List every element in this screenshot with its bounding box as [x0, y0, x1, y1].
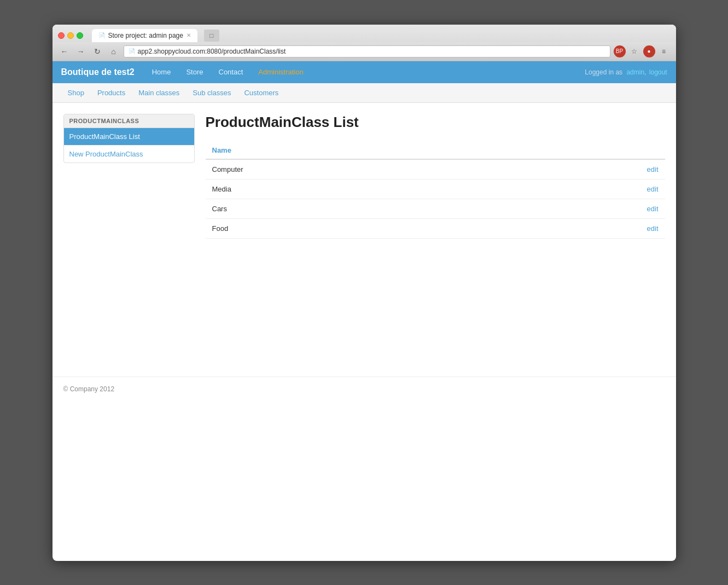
sidebar-item-list[interactable]: ProductMainClass List [64, 128, 194, 146]
data-table: Name Computer edit Media edit Cars [206, 142, 665, 239]
browser-toolbar: ← → ↻ ⌂ 📄 app2.shoppycloud.com:8080/prod… [53, 42, 676, 61]
main-content: ProductMainClass List Name Computer edit… [206, 114, 665, 355]
refresh-button[interactable]: ↻ [91, 45, 104, 58]
row-name: Cars [206, 199, 610, 218]
subnav-products[interactable]: Products [91, 84, 132, 101]
traffic-lights [58, 32, 83, 39]
page-icon: 📄 [98, 32, 105, 38]
col-name: Name [206, 142, 610, 159]
browser-titlebar: 📄 Store project: admin page ✕ □ [53, 25, 676, 42]
subnav-customers[interactable]: Customers [237, 84, 285, 101]
url-text: app2.shoppycloud.com:8080/productMainCla… [138, 48, 286, 55]
nav-contact[interactable]: Contact [212, 63, 250, 80]
sidebar-item-new[interactable]: New ProductMainClass [64, 146, 194, 163]
content-area: PRODUCTMAINCLASS ProductMainClass List N… [53, 103, 676, 366]
minimize-button[interactable] [67, 32, 74, 39]
new-tab-icon: □ [209, 32, 213, 39]
address-icon: 📄 [129, 48, 135, 54]
sidebar-panel: PRODUCTMAINCLASS ProductMainClass List N… [63, 114, 195, 163]
app-nav-right: Logged in as admin, logout [585, 68, 667, 76]
admin-link[interactable]: admin [626, 68, 644, 76]
new-tab-button[interactable]: □ [204, 30, 219, 42]
table-row: Food edit [206, 218, 665, 238]
subnav-shop[interactable]: Shop [61, 84, 91, 101]
logged-in-text: Logged in as [585, 68, 622, 76]
footer-copyright: © Company 2012 [63, 385, 115, 393]
logout-link[interactable]: logout [649, 68, 667, 76]
app-navbar: Boutique de test2 Home Store Contact Adm… [53, 61, 676, 83]
edit-link-food[interactable]: edit [647, 224, 659, 233]
app-brand: Boutique de test2 [61, 67, 135, 77]
nav-home[interactable]: Home [145, 63, 178, 80]
app-footer: © Company 2012 [53, 377, 676, 401]
browser-actions: BP ☆ ● ≡ [614, 45, 671, 58]
browser-tab[interactable]: 📄 Store project: admin page ✕ [92, 29, 197, 42]
page-title: ProductMainClass List [206, 114, 665, 131]
sidebar-header: PRODUCTMAINCLASS [64, 114, 194, 128]
row-name: Food [206, 218, 610, 238]
menu-icon[interactable]: ≡ [657, 45, 671, 58]
nav-store[interactable]: Store [179, 63, 209, 80]
table-row: Cars edit [206, 199, 665, 218]
extension-btn-2[interactable]: ● [643, 45, 655, 57]
subnav-main-classes[interactable]: Main classes [132, 84, 186, 101]
browser-chrome: 📄 Store project: admin page ✕ □ ← → ↻ ⌂ … [53, 25, 676, 61]
subnav-sub-classes[interactable]: Sub classes [186, 84, 237, 101]
row-name: Computer [206, 159, 610, 179]
address-bar[interactable]: 📄 app2.shoppycloud.com:8080/productMainC… [124, 45, 610, 57]
row-name: Media [206, 179, 610, 199]
maximize-button[interactable] [77, 32, 83, 39]
sidebar: PRODUCTMAINCLASS ProductMainClass List N… [63, 114, 195, 355]
home-button[interactable]: ⌂ [107, 45, 120, 58]
sub-navbar: Shop Products Main classes Sub classes C… [53, 83, 676, 103]
edit-link-computer[interactable]: edit [647, 165, 659, 173]
col-actions [610, 142, 665, 159]
close-button[interactable] [58, 32, 65, 39]
tab-title: Store project: admin page [108, 32, 183, 39]
forward-button[interactable]: → [74, 45, 88, 58]
table-row: Media edit [206, 179, 665, 199]
tab-close-icon[interactable]: ✕ [187, 32, 191, 38]
extension-btn-1[interactable]: BP [614, 45, 626, 57]
edit-link-cars[interactable]: edit [647, 205, 659, 213]
back-button[interactable]: ← [58, 45, 71, 58]
edit-link-media[interactable]: edit [647, 185, 659, 193]
bookmark-star-icon[interactable]: ☆ [628, 45, 641, 58]
app-nav-links: Home Store Contact Administration [145, 63, 585, 80]
nav-administration[interactable]: Administration [252, 63, 310, 80]
table-row: Computer edit [206, 159, 665, 179]
